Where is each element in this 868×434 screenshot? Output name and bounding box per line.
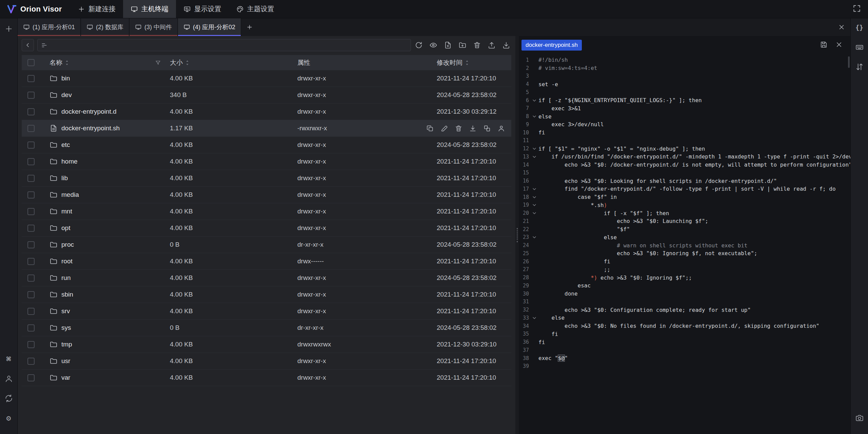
table-row[interactable]: lib4.00 KBdrwxr-xr-x2021-11-24 17:20:10: [22, 170, 511, 187]
fold-chevron-icon[interactable]: [530, 146, 538, 151]
sort-icon[interactable]: [65, 59, 69, 66]
folder-icon: [50, 74, 58, 82]
scrollbar-thumb[interactable]: [848, 56, 850, 68]
select-all-checkbox[interactable]: [27, 59, 35, 66]
filter-icon[interactable]: [155, 60, 161, 66]
table-row[interactable]: media4.00 KBdrwxr-xr-x2021-11-24 17:20:1…: [22, 187, 511, 203]
fold-chevron-icon[interactable]: [530, 235, 538, 240]
row-checkbox[interactable]: [27, 141, 35, 149]
fold-chevron-icon[interactable]: [530, 114, 538, 119]
fold-chevron-icon[interactable]: [530, 154, 538, 159]
close-panel-button[interactable]: [833, 18, 850, 36]
back-button[interactable]: [22, 39, 34, 51]
table-row[interactable]: sbin4.00 KBdrwxr-xr-x2021-11-24 17:20:10: [22, 286, 511, 303]
row-checkbox[interactable]: [27, 191, 35, 199]
row-checkbox[interactable]: [27, 275, 35, 282]
sort-icon[interactable]: [185, 59, 190, 66]
sync-button[interactable]: [3, 393, 15, 404]
row-checkbox[interactable]: [27, 308, 35, 315]
edit-button[interactable]: [440, 124, 448, 132]
row-checkbox[interactable]: [27, 108, 35, 115]
table-row[interactable]: tmp4.00 KBdrwxrwxrwx2021-12-30 03:29:10: [22, 336, 511, 353]
editor-file-tab[interactable]: docker-entrypoint.sh: [521, 40, 582, 51]
row-checkbox[interactable]: [27, 225, 35, 232]
permission-button[interactable]: [497, 124, 505, 132]
new-file-button[interactable]: [443, 41, 452, 50]
swap-vertical-button[interactable]: [854, 61, 865, 73]
row-checkbox[interactable]: [27, 158, 35, 165]
table-row[interactable]: mnt4.00 KBdrwxr-xr-x2021-11-24 17:20:10: [22, 203, 511, 220]
brand[interactable]: Orion Visor: [0, 0, 70, 18]
row-checkbox[interactable]: [27, 241, 35, 248]
fullscreen-button[interactable]: [852, 4, 861, 14]
path-input[interactable]: [50, 42, 407, 49]
row-checkbox[interactable]: [27, 324, 35, 332]
table-row[interactable]: root4.00 KBdrwx------2021-11-24 17:20:10: [22, 253, 511, 270]
nav-item-theme-settings[interactable]: 主题设置: [229, 0, 282, 18]
table-row[interactable]: usr4.00 KBdrwxr-xr-x2021-11-24 17:20:10: [22, 353, 511, 370]
close-editor-button[interactable]: [835, 41, 843, 50]
session-tab-4[interactable]: (4) 应用-分析02: [178, 18, 241, 36]
nav-item-display-settings[interactable]: 显示设置: [176, 0, 229, 18]
table-row[interactable]: run4.00 KBdrwxr-xr-x2024-05-28 23:58:02: [22, 270, 511, 286]
screenshot-button[interactable]: [854, 412, 865, 424]
table-row[interactable]: docker-entrypoint.d4.00 KBdrwxr-xr-x2021…: [22, 103, 511, 120]
row-checkbox[interactable]: [27, 208, 35, 215]
session-tab-3[interactable]: (3) 中间件: [130, 18, 178, 36]
fold-chevron-icon[interactable]: [530, 316, 538, 320]
directory-list-icon[interactable]: [41, 42, 47, 49]
code-area[interactable]: 1#!/bin/sh2# vim:sw=4:ts=4:et34set -e56i…: [519, 54, 850, 434]
fold-chevron-icon[interactable]: [530, 211, 538, 215]
download-button[interactable]: [469, 124, 477, 132]
panel-splitter[interactable]: [515, 36, 519, 434]
fold-chevron-icon[interactable]: [530, 187, 538, 191]
copy-button[interactable]: [426, 124, 434, 132]
table-row[interactable]: home4.00 KBdrwxr-xr-x2021-11-24 17:20:10: [22, 153, 511, 170]
row-checkbox[interactable]: [27, 175, 35, 182]
table-row[interactable]: var4.00 KBdrwxr-xr-x2021-11-24 17:20:10: [22, 370, 511, 386]
refresh-button[interactable]: [414, 41, 423, 50]
row-checkbox[interactable]: [27, 358, 35, 365]
delete-button[interactable]: [454, 124, 462, 132]
nav-item-host-terminal[interactable]: 主机终端: [123, 0, 176, 18]
command-button[interactable]: ⌘: [3, 353, 15, 365]
table-row[interactable]: opt4.00 KBdrwxr-xr-x2021-11-24 17:20:10: [22, 220, 511, 237]
row-checkbox[interactable]: [27, 291, 35, 298]
keyboard-button[interactable]: [854, 41, 865, 53]
preview-button[interactable]: [429, 41, 438, 50]
table-row[interactable]: bin4.00 KBdrwxr-xr-x2021-11-24 17:20:10: [22, 70, 511, 87]
user-button[interactable]: [3, 373, 15, 384]
table-row[interactable]: etc4.00 KBdrwxr-xr-x2024-05-28 23:58:02: [22, 137, 511, 153]
save-button[interactable]: [820, 41, 828, 50]
row-checkbox[interactable]: [27, 374, 35, 381]
add-tab-button[interactable]: [241, 18, 258, 36]
row-checkbox[interactable]: [27, 125, 35, 132]
fold-chevron-icon[interactable]: [530, 195, 538, 200]
nav-item-new-connection[interactable]: 新建连接: [70, 0, 123, 18]
upload-button[interactable]: [487, 41, 496, 50]
new-session-button[interactable]: [3, 23, 15, 35]
row-checkbox[interactable]: [27, 258, 35, 265]
delete-button[interactable]: [473, 41, 481, 50]
braces-button[interactable]: {}: [854, 22, 865, 33]
column-header-name[interactable]: 名称: [50, 58, 170, 67]
column-header-time[interactable]: 修改时间: [437, 58, 511, 67]
column-header-size[interactable]: 大小: [170, 58, 297, 67]
session-tab-2[interactable]: (2) 数据库: [81, 18, 130, 36]
table-row[interactable]: sys0 Bdr-xr-xr-x2024-05-28 23:58:02: [22, 320, 511, 336]
move-button[interactable]: [483, 124, 491, 132]
settings-button[interactable]: ⚙: [3, 412, 15, 424]
sort-icon[interactable]: [465, 59, 469, 66]
table-row[interactable]: docker-entrypoint.sh1.17 KB-rwxrwxr-x: [22, 120, 511, 137]
new-folder-button[interactable]: [458, 41, 467, 50]
row-checkbox[interactable]: [27, 92, 35, 99]
session-tab-1[interactable]: (1) 应用-分析01: [18, 18, 81, 36]
table-row[interactable]: proc0 Bdr-xr-xr-x2024-05-28 23:58:02: [22, 237, 511, 253]
fold-chevron-icon[interactable]: [530, 98, 538, 103]
fold-chevron-icon[interactable]: [530, 203, 538, 207]
row-checkbox[interactable]: [27, 75, 35, 82]
table-row[interactable]: srv4.00 KBdrwxr-xr-x2021-11-24 17:20:10: [22, 303, 511, 320]
row-checkbox[interactable]: [27, 341, 35, 348]
download-button[interactable]: [502, 41, 511, 50]
table-row[interactable]: dev340 Bdrwxr-xr-x2024-05-28 23:58:02: [22, 87, 511, 103]
